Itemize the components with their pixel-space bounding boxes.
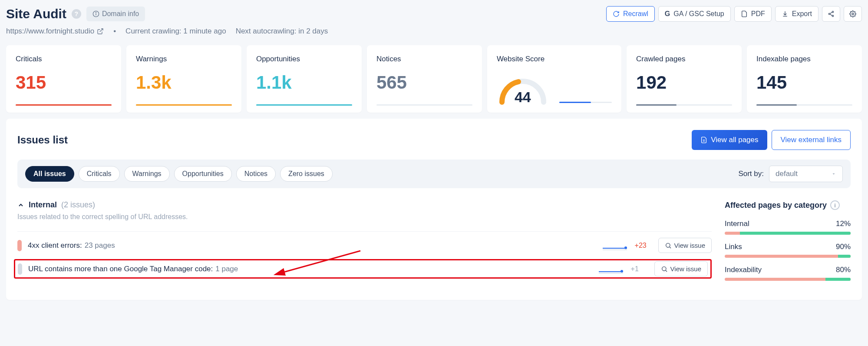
category-pct: 90% bbox=[836, 243, 851, 251]
affected-pages-title: Affected pages by category bbox=[725, 201, 827, 210]
severity-indicator bbox=[17, 240, 22, 251]
filter-zero-issues[interactable]: Zero issues bbox=[280, 166, 333, 182]
help-icon[interactable]: ? bbox=[72, 9, 81, 19]
ga-gsc-button[interactable]: G GA / GSC Setup bbox=[658, 6, 731, 22]
card-website-score[interactable]: Website Score 44 bbox=[487, 45, 621, 113]
view-issue-button[interactable]: View issue bbox=[658, 238, 712, 253]
svg-line-7 bbox=[830, 14, 832, 16]
svg-point-4 bbox=[828, 13, 830, 14]
card-score-label: Website Score bbox=[497, 55, 612, 63]
card-indexable-value: 145 bbox=[756, 73, 852, 92]
category-row[interactable]: Indexability80% bbox=[725, 266, 851, 281]
group-count: (2 issues) bbox=[61, 200, 95, 210]
svg-point-5 bbox=[832, 15, 833, 17]
search-icon bbox=[665, 242, 672, 249]
share-icon bbox=[828, 10, 835, 17]
site-url-text: https://www.fortnight.studio bbox=[6, 27, 94, 36]
issue-delta: +1 bbox=[631, 265, 648, 273]
group-description: Issues related to the correct spelling o… bbox=[17, 213, 712, 221]
svg-point-14 bbox=[662, 266, 666, 270]
category-bar bbox=[725, 232, 851, 235]
domain-info-label: Domain info bbox=[102, 10, 139, 18]
card-opportunities-label: Opportunities bbox=[256, 55, 352, 63]
file-icon bbox=[700, 136, 707, 143]
next-crawl: Next autocrawling: in 2 days bbox=[236, 27, 328, 36]
category-pct: 80% bbox=[836, 266, 851, 274]
info-icon bbox=[92, 10, 99, 17]
card-crawled[interactable]: Crawled pages 192 bbox=[627, 45, 742, 113]
svg-point-3 bbox=[832, 11, 833, 13]
view-issue-button[interactable]: View issue bbox=[654, 261, 708, 276]
view-all-pages-button[interactable]: View all pages bbox=[692, 130, 767, 150]
card-criticals-line bbox=[16, 104, 112, 106]
category-name: Links bbox=[725, 243, 742, 251]
card-opportunities-line bbox=[256, 104, 352, 106]
card-indexable-label: Indexable pages bbox=[756, 55, 852, 63]
category-row[interactable]: Internal12% bbox=[725, 220, 851, 235]
group-name: Internal bbox=[29, 200, 57, 210]
score-gauge: 44 bbox=[497, 75, 549, 106]
filter-notices[interactable]: Notices bbox=[236, 166, 276, 182]
category-name: Internal bbox=[725, 220, 749, 228]
card-crawled-label: Crawled pages bbox=[636, 55, 732, 63]
sort-by-label: Sort by: bbox=[738, 170, 764, 178]
card-criticals-value: 315 bbox=[16, 73, 112, 92]
card-indexable[interactable]: Indexable pages 145 bbox=[747, 45, 862, 113]
sort-select[interactable]: default bbox=[769, 166, 843, 182]
score-sparkline bbox=[559, 102, 612, 103]
card-criticals[interactable]: Criticals 315 bbox=[6, 45, 121, 113]
score-value: 44 bbox=[515, 89, 531, 106]
svg-point-2 bbox=[96, 12, 96, 13]
external-link-icon bbox=[97, 28, 104, 35]
filter-opportunities[interactable]: Opportunities bbox=[174, 166, 232, 182]
pdf-button[interactable]: PDF bbox=[734, 6, 772, 22]
recrawl-button[interactable]: Recrawl bbox=[606, 6, 655, 22]
filter-all-issues[interactable]: All issues bbox=[25, 166, 74, 182]
share-button[interactable] bbox=[822, 6, 840, 22]
category-row[interactable]: Links90% bbox=[725, 243, 851, 258]
card-notices-label: Notices bbox=[376, 55, 472, 63]
filter-warnings[interactable]: Warnings bbox=[124, 166, 170, 182]
export-button[interactable]: Export bbox=[775, 6, 818, 22]
issues-list-title: Issues list bbox=[17, 134, 68, 146]
category-name: Indexability bbox=[725, 266, 762, 274]
card-notices-line bbox=[376, 104, 472, 106]
svg-line-9 bbox=[100, 29, 103, 32]
sparkline bbox=[599, 264, 623, 274]
search-icon bbox=[661, 266, 668, 273]
info-icon[interactable]: i bbox=[830, 200, 840, 210]
settings-button[interactable] bbox=[844, 6, 862, 22]
filter-criticals[interactable]: Criticals bbox=[79, 166, 120, 182]
pdf-icon bbox=[741, 10, 748, 17]
export-label: Export bbox=[792, 10, 812, 18]
svg-point-12 bbox=[666, 243, 670, 247]
card-crawled-line bbox=[636, 104, 732, 106]
svg-point-8 bbox=[852, 13, 854, 15]
site-url-link[interactable]: https://www.fortnight.studio bbox=[6, 27, 104, 36]
card-notices[interactable]: Notices 565 bbox=[367, 45, 482, 113]
dot-separator: • bbox=[113, 27, 116, 36]
sort-select-value: default bbox=[776, 170, 798, 178]
card-opportunities-value: 1.1k bbox=[256, 73, 352, 92]
card-warnings-label: Warnings bbox=[136, 55, 232, 63]
ga-gsc-label: GA / GSC Setup bbox=[673, 10, 724, 18]
group-internal-toggle[interactable]: Internal (2 issues) bbox=[17, 200, 712, 210]
issue-row: 4xx client errors:23 pages +23 View issu… bbox=[17, 231, 712, 259]
recrawl-label: Recrawl bbox=[623, 10, 648, 18]
page-title: Site Audit bbox=[6, 7, 66, 21]
pdf-label: PDF bbox=[751, 10, 765, 18]
svg-line-6 bbox=[830, 12, 832, 13]
domain-info-button[interactable]: Domain info bbox=[86, 7, 145, 21]
card-warnings[interactable]: Warnings 1.3k bbox=[126, 45, 241, 113]
download-icon bbox=[782, 10, 789, 17]
severity-indicator bbox=[18, 263, 22, 275]
google-icon: G bbox=[665, 10, 670, 18]
svg-line-15 bbox=[666, 270, 667, 272]
view-external-links-button[interactable]: View external links bbox=[772, 130, 851, 150]
chevron-down-icon bbox=[831, 171, 836, 176]
card-warnings-line bbox=[136, 104, 232, 106]
card-opportunities[interactable]: Opportunities 1.1k bbox=[247, 45, 362, 113]
issue-delta: +23 bbox=[635, 242, 652, 250]
crawl-status: Current crawling: 1 minute ago bbox=[125, 27, 226, 36]
chevron-up-icon bbox=[17, 202, 24, 209]
